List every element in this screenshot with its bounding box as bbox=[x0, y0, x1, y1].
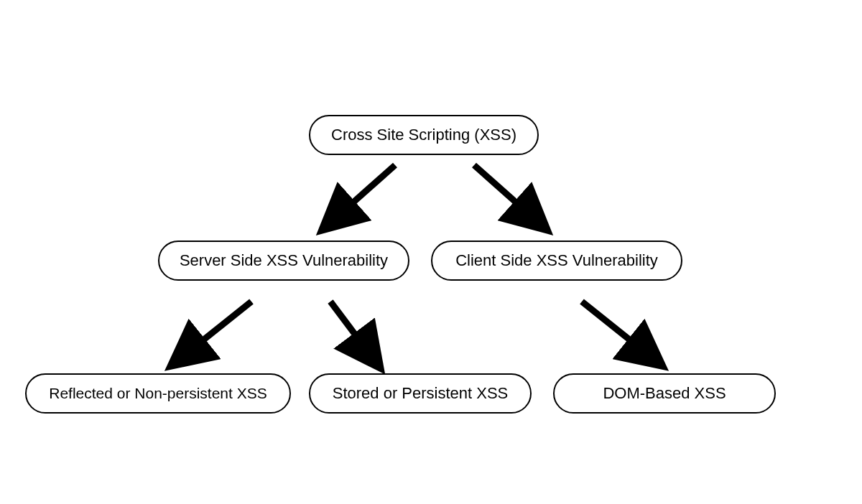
node-stored: Stored or Persistent XSS bbox=[309, 373, 532, 414]
edge-server-reflected bbox=[180, 302, 251, 359]
node-reflected: Reflected or Non-persistent XSS bbox=[25, 373, 291, 414]
node-root-label: Cross Site Scripting (XSS) bbox=[331, 126, 516, 144]
node-server: Server Side XSS Vulnerability bbox=[158, 241, 409, 281]
edge-root-client bbox=[474, 165, 539, 223]
node-server-label: Server Side XSS Vulnerability bbox=[180, 251, 388, 270]
node-dom-label: DOM-Based XSS bbox=[603, 384, 726, 403]
node-dom: DOM-Based XSS bbox=[553, 373, 776, 414]
diagram-canvas: Cross Site Scripting (XSS) Server Side X… bbox=[0, 0, 862, 504]
edge-root-server bbox=[330, 165, 395, 223]
node-client: Client Side XSS Vulnerability bbox=[431, 241, 682, 281]
node-root: Cross Site Scripting (XSS) bbox=[309, 115, 539, 155]
node-reflected-label: Reflected or Non-persistent XSS bbox=[49, 384, 267, 402]
node-client-label: Client Side XSS Vulnerability bbox=[455, 251, 658, 270]
edge-client-dom bbox=[582, 302, 654, 359]
arrow-layer bbox=[0, 0, 862, 504]
node-stored-label: Stored or Persistent XSS bbox=[333, 384, 509, 403]
edge-server-stored bbox=[330, 302, 374, 359]
